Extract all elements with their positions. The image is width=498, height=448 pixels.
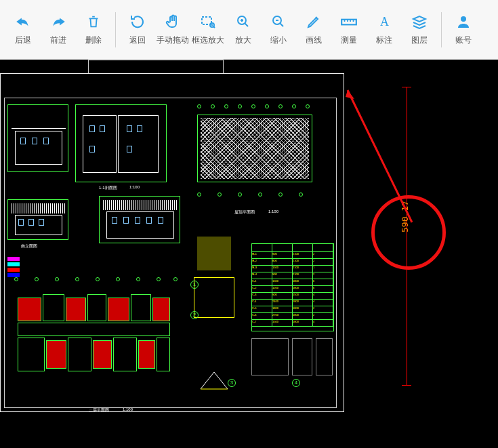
back-label: 后退 (15, 35, 31, 46)
account-label: 账号 (455, 35, 472, 46)
south-elev-label: 南立面图 (21, 243, 37, 249)
forward-icon (49, 13, 67, 30)
zoom-out-icon (270, 13, 287, 30)
zoom-in-button[interactable]: 放大 (226, 6, 261, 54)
zoom-window-icon (199, 13, 217, 30)
return-label: 返回 (129, 35, 146, 46)
pan-label: 手动拖动 (157, 35, 189, 46)
pan-button[interactable]: 手动拖动 (155, 6, 190, 54)
layers-button[interactable]: 图层 (402, 6, 437, 54)
detail-mark-4: 4 (292, 379, 300, 387)
elevation-view-1 (7, 104, 68, 172)
svg-text:A: A (380, 15, 389, 28)
measure-label: 测量 (341, 35, 357, 46)
annotate-label: 标注 (376, 35, 392, 46)
pencil-icon (305, 13, 323, 30)
annotation-arrow (344, 87, 432, 243)
section-scale: 1:100 (129, 185, 140, 189)
line-button[interactable]: 画线 (296, 6, 331, 54)
annotate-icon: A (375, 13, 393, 30)
delete-button[interactable]: 删除 (76, 6, 111, 54)
detail-mark-1: 1 (190, 281, 199, 289)
delete-label: 删除 (85, 35, 102, 46)
floor2-scale: 1:100 (123, 407, 133, 411)
account-button[interactable]: 账号 (446, 6, 481, 54)
zoom-window-button[interactable]: 框选放大 (190, 6, 226, 54)
detail-mark-2: 2 (190, 311, 199, 319)
zoom-in-label: 放大 (235, 35, 251, 46)
forward-label: 前进 (50, 35, 66, 46)
door-window-schedule: M-190021002M-280021002M-3150021001M-4900… (251, 243, 334, 331)
svg-rect-0 (202, 17, 211, 24)
drawing-canvas[interactable]: 1-1剖面图 1:100 屋顶平面图 1:100 (0, 60, 498, 448)
zoom-out-button[interactable]: 缩小 (261, 6, 296, 54)
section-view (75, 104, 167, 182)
measurement-line[interactable] (407, 87, 407, 385)
hand-icon (164, 13, 182, 30)
ruler-icon (340, 13, 358, 30)
roof-plan-label: 屋顶平面图 (234, 209, 255, 216)
annotate-button[interactable]: A 标注 (367, 6, 402, 54)
elevation-view-4 (99, 196, 180, 243)
layers-icon (411, 13, 428, 30)
section-label: 1-1剖面图 (99, 185, 117, 191)
svg-point-6 (461, 16, 466, 22)
line-label: 画线 (306, 35, 322, 46)
measurement-tick-bottom (402, 385, 411, 386)
back-icon (14, 13, 32, 30)
layers-label: 图层 (411, 35, 428, 46)
zoom-out-label: 缩小 (270, 35, 287, 46)
delete-icon (85, 13, 102, 30)
measurement-tick-top (402, 87, 411, 87)
floor2-label: 二层平面图 (89, 407, 109, 413)
plan-sheet: 1-1剖面图 1:100 屋顶平面图 1:100 (0, 73, 344, 412)
zoom-in-icon (234, 13, 252, 30)
elevation-view-3 (7, 199, 68, 240)
zoom-window-label: 框选放大 (192, 35, 224, 46)
floor-plan-2 (7, 284, 180, 403)
roof-plan (190, 108, 319, 189)
return-icon (129, 13, 146, 30)
forward-button[interactable]: 前进 (41, 6, 76, 54)
measure-button[interactable]: 测量 (331, 6, 367, 54)
measurement-value: 590.17 (400, 201, 410, 232)
back-button[interactable]: 后退 (5, 6, 41, 54)
roof-plan-scale: 1:100 (268, 209, 278, 213)
toolbar: 后退 前进 删除 返回 手动拖动 框选放大 放大 缩小 (0, 0, 498, 60)
detail-area (187, 237, 248, 352)
return-button[interactable]: 返回 (120, 6, 155, 54)
svg-rect-4 (341, 20, 356, 25)
user-icon (455, 13, 472, 30)
